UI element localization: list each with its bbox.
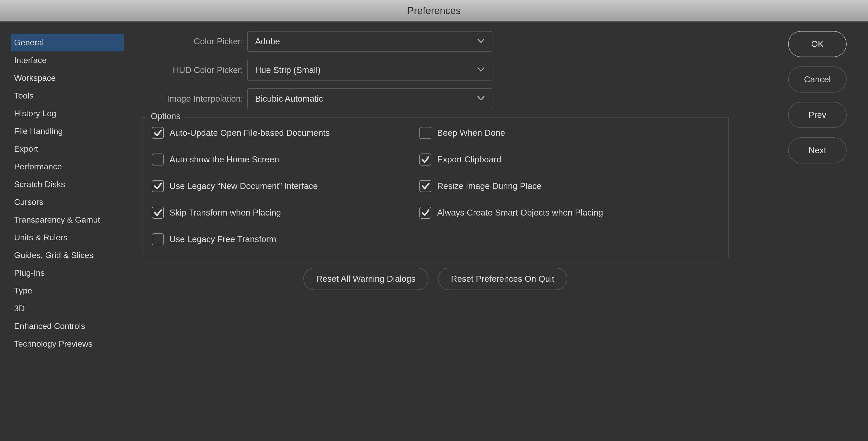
checkbox-label: Use Legacy Free Transform — [169, 234, 276, 244]
sidebar-item-workspace[interactable]: Workspace — [11, 69, 124, 87]
checkbox-label: Skip Transform when Placing — [169, 208, 281, 217]
color-picker-select[interactable]: Adobe — [247, 31, 492, 52]
reset-all-warning-dialogs-button[interactable]: Reset All Warning Dialogs — [303, 268, 429, 290]
preferences-content: GeneralInterfaceWorkspaceToolsHistory Lo… — [0, 22, 868, 441]
options-legend: Options — [147, 111, 185, 121]
sidebar-item-file-handling[interactable]: File Handling — [11, 122, 124, 140]
form-label: Color Picker: — [126, 36, 247, 46]
checkbox-box — [420, 127, 431, 139]
reset-preferences-on-quit-button[interactable]: Reset Preferences On Quit — [438, 268, 567, 290]
checkbox-box — [152, 154, 164, 166]
checkbox-box — [152, 180, 164, 192]
preferences-main: Color Picker:AdobeHUD Color Picker:Hue S… — [126, 22, 774, 441]
ok-button[interactable]: OK — [788, 31, 847, 57]
checkbox-box — [420, 180, 431, 192]
checkbox-label: Always Create Smart Objects when Placing — [437, 208, 603, 217]
chevron-down-icon — [477, 67, 485, 73]
image-interpolation-select[interactable]: Bicubic Automatic — [247, 88, 492, 109]
sidebar-item-technology-previews[interactable]: Technology Previews — [11, 335, 124, 353]
options-column-right: Beep When DoneExport ClipboardResize Ima… — [420, 127, 719, 250]
sidebar-item-cursors[interactable]: Cursors — [11, 193, 124, 211]
checkbox-label: Auto show the Home Screen — [169, 155, 279, 165]
prev-button[interactable]: Prev — [788, 102, 847, 128]
checkbox-label: Auto-Update Open File-based Documents — [169, 128, 330, 138]
chevron-down-icon — [477, 38, 485, 44]
sidebar-item-units-rulers[interactable]: Units & Rulers — [11, 229, 124, 246]
form-row: HUD Color Picker:Hue Strip (Small) — [126, 60, 774, 80]
checkbox-box — [152, 207, 164, 219]
always-create-smart-objects-checkbox[interactable]: Always Create Smart Objects when Placing — [420, 207, 719, 219]
auto-update-documents-checkbox[interactable]: Auto-Update Open File-based Documents — [152, 127, 420, 139]
checkbox-label: Resize Image During Place — [437, 181, 541, 191]
beep-when-done-checkbox[interactable]: Beep When Done — [420, 127, 719, 139]
form-label: HUD Color Picker: — [126, 65, 247, 75]
auto-show-home-screen-checkbox[interactable]: Auto show the Home Screen — [152, 154, 420, 166]
options-fieldset: Options Auto-Update Open File-based Docu… — [142, 117, 729, 257]
reset-buttons-row: Reset All Warning Dialogs Reset Preferen… — [142, 268, 729, 290]
checkbox-label: Use Legacy “New Document” Interface — [169, 181, 318, 191]
resize-image-during-place-checkbox[interactable]: Resize Image During Place — [420, 180, 719, 192]
next-button[interactable]: Next — [788, 137, 847, 163]
export-clipboard-checkbox[interactable]: Export Clipboard — [420, 154, 719, 166]
sidebar-item-export[interactable]: Export — [11, 140, 124, 158]
sidebar-item-guides-grid-slices[interactable]: Guides, Grid & Slices — [11, 246, 124, 264]
sidebar-item-enhanced-controls[interactable]: Enhanced Controls — [11, 317, 124, 335]
chevron-down-icon — [477, 96, 485, 102]
sidebar-item-general[interactable]: General — [11, 34, 124, 52]
checkbox-label: Export Clipboard — [437, 155, 501, 165]
select-value: Bicubic Automatic — [255, 94, 477, 104]
sidebar-item-scratch-disks[interactable]: Scratch Disks — [11, 175, 124, 193]
form-row: Image Interpolation:Bicubic Automatic — [126, 88, 774, 109]
legacy-free-transform-checkbox[interactable]: Use Legacy Free Transform — [152, 233, 420, 245]
form-label: Image Interpolation: — [126, 94, 247, 104]
sidebar-item-performance[interactable]: Performance — [11, 158, 124, 175]
preferences-sidebar: GeneralInterfaceWorkspaceToolsHistory Lo… — [0, 22, 126, 441]
sidebar-item-tools[interactable]: Tools — [11, 87, 124, 104]
checkbox-box — [152, 127, 164, 139]
hud-color-picker-select[interactable]: Hue Strip (Small) — [247, 60, 492, 80]
select-value: Adobe — [255, 36, 477, 46]
legacy-new-document-checkbox[interactable]: Use Legacy “New Document” Interface — [152, 180, 420, 192]
checkbox-box — [420, 154, 431, 166]
options-column-left: Auto-Update Open File-based DocumentsAut… — [152, 127, 420, 250]
cancel-button[interactable]: Cancel — [788, 66, 847, 93]
sidebar-item-interface[interactable]: Interface — [11, 52, 124, 69]
skip-transform-placing-checkbox[interactable]: Skip Transform when Placing — [152, 207, 420, 219]
sidebar-item-history-log[interactable]: History Log — [11, 104, 124, 122]
sidebar-item-plug-ins[interactable]: Plug-Ins — [11, 264, 124, 282]
checkbox-label: Beep When Done — [437, 128, 505, 138]
select-value: Hue Strip (Small) — [255, 65, 477, 75]
sidebar-item-3d[interactable]: 3D — [11, 300, 124, 317]
checkbox-box — [152, 233, 164, 245]
sidebar-item-transparency-gamut[interactable]: Transparency & Gamut — [11, 211, 124, 229]
window-title: Preferences — [0, 0, 868, 22]
checkbox-box — [420, 207, 431, 219]
action-buttons-column: OK Cancel Prev Next — [788, 31, 847, 163]
sidebar-item-type[interactable]: Type — [11, 282, 124, 300]
form-row: Color Picker:Adobe — [126, 31, 774, 52]
